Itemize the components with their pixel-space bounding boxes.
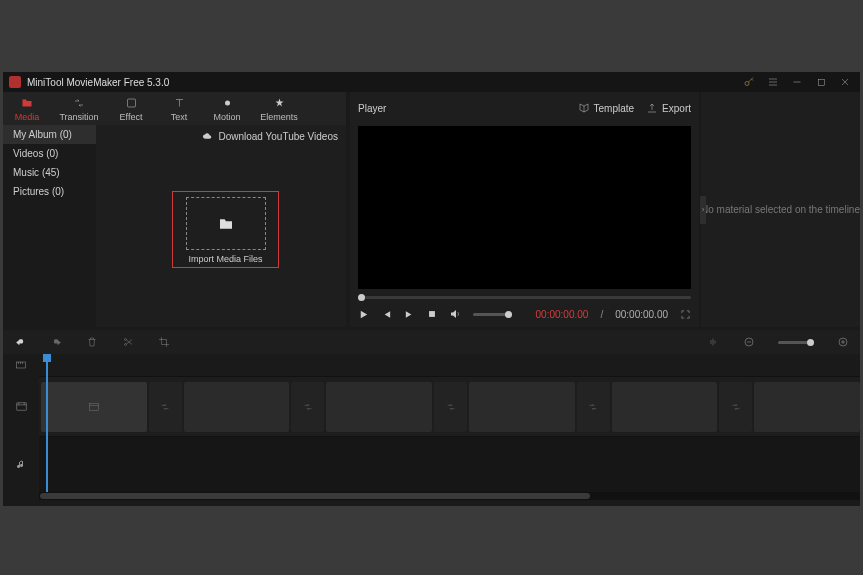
transition-icon [72, 96, 86, 110]
svg-rect-10 [16, 402, 26, 410]
zoom-slider[interactable] [778, 341, 814, 344]
transition-slot[interactable] [291, 382, 324, 432]
sidebar-item-label: Videos (0) [13, 148, 58, 159]
clip-slot[interactable] [326, 382, 432, 432]
fullscreen-button[interactable] [680, 307, 691, 321]
volume-button[interactable] [449, 307, 461, 321]
swap-icon [302, 402, 314, 412]
sidebar-item-my-album[interactable]: My Album (0) [3, 125, 96, 144]
volume-thumb[interactable] [505, 311, 512, 318]
svg-rect-2 [127, 99, 135, 107]
tab-media-label: Media [15, 112, 40, 122]
timeline-gutter [3, 354, 39, 506]
svg-point-5 [125, 339, 127, 341]
player-seek[interactable] [358, 293, 691, 301]
maximize-button[interactable] [812, 74, 830, 90]
template-icon [578, 102, 590, 114]
player-title: Player [358, 103, 566, 114]
swap-icon [445, 402, 457, 412]
gutter-ruler-icon[interactable] [3, 354, 39, 376]
export-label: Export [662, 103, 691, 114]
tab-effect[interactable]: Effect [107, 92, 155, 125]
tab-text[interactable]: Text [155, 92, 203, 125]
timeline-panel [3, 330, 860, 506]
swap-icon [159, 402, 171, 412]
player-viewport[interactable] [358, 126, 691, 289]
menu-icon[interactable] [764, 74, 782, 90]
svg-rect-11 [89, 403, 98, 410]
tab-text-label: Text [171, 112, 188, 122]
tab-media[interactable]: Media [3, 92, 51, 125]
tab-motion[interactable]: Motion [203, 92, 251, 125]
audio-icon[interactable] [706, 335, 720, 349]
download-youtube-link[interactable]: Download YouTube Videos [202, 131, 338, 142]
clip-slot[interactable] [612, 382, 718, 432]
zoom-out-button[interactable] [742, 335, 756, 349]
close-button[interactable] [836, 74, 854, 90]
video-track[interactable] [39, 376, 860, 436]
stop-button[interactable] [427, 307, 437, 321]
playhead-line [46, 362, 48, 492]
seek-track [358, 296, 691, 299]
transition-slot[interactable] [719, 382, 752, 432]
time-separator: / [600, 309, 603, 320]
tab-transition[interactable]: Transition [51, 92, 107, 125]
clip-placeholder-icon [87, 401, 101, 413]
undo-button[interactable] [13, 335, 27, 349]
tab-motion-label: Motion [213, 112, 240, 122]
svg-rect-1 [818, 79, 824, 85]
license-key-icon[interactable] [740, 74, 758, 90]
inspector-collapse-handle[interactable]: › [700, 196, 706, 224]
zoom-in-button[interactable] [836, 335, 850, 349]
tab-elements-label: Elements [260, 112, 298, 122]
timeline-ruler[interactable] [39, 354, 860, 376]
minimize-button[interactable] [788, 74, 806, 90]
sidebar-item-label: Music (45) [13, 167, 60, 178]
crop-button[interactable] [157, 335, 171, 349]
playhead-marker[interactable] [43, 354, 51, 362]
zoom-thumb[interactable] [807, 339, 814, 346]
split-button[interactable] [121, 335, 135, 349]
clip-slot[interactable] [41, 382, 147, 432]
sidebar-item-label: My Album (0) [13, 129, 72, 140]
sidebar-item-music[interactable]: Music (45) [3, 163, 96, 182]
play-button[interactable] [358, 307, 369, 321]
effect-icon [125, 96, 138, 110]
sidebar-item-videos[interactable]: Videos (0) [3, 144, 96, 163]
clip-slot[interactable] [469, 382, 575, 432]
app-title: MiniTool MovieMaker Free 5.3.0 [27, 77, 734, 88]
svg-point-0 [745, 82, 749, 86]
clip-slot[interactable] [184, 382, 290, 432]
gutter-video-icon[interactable] [3, 376, 39, 436]
volume-slider[interactable] [473, 313, 512, 316]
template-button[interactable]: Template [578, 102, 635, 114]
transition-slot[interactable] [149, 382, 182, 432]
seek-thumb[interactable] [358, 294, 365, 301]
transition-slot[interactable] [577, 382, 610, 432]
svg-point-6 [125, 344, 127, 346]
gutter-audio-icon[interactable] [3, 436, 39, 492]
timeline-scrollbar[interactable] [39, 492, 860, 500]
cloud-download-icon [202, 132, 213, 142]
tab-transition-label: Transition [59, 112, 98, 122]
import-drop-zone [186, 197, 266, 250]
sidebar-item-label: Pictures (0) [13, 186, 64, 197]
sidebar-item-pictures[interactable]: Pictures (0) [3, 182, 96, 201]
next-frame-button[interactable] [404, 307, 415, 321]
redo-button[interactable] [49, 335, 63, 349]
timeline-tracks[interactable] [39, 354, 860, 506]
audio-track[interactable] [39, 436, 860, 492]
import-media-box[interactable]: Import Media Files [172, 191, 279, 268]
tab-elements[interactable]: Elements [251, 92, 307, 125]
export-button[interactable]: Export [646, 102, 691, 114]
svg-point-7 [745, 338, 753, 346]
prev-frame-button[interactable] [381, 307, 392, 321]
inspector-empty-text: No material selected on the timeline [701, 204, 860, 215]
transition-slot[interactable] [434, 382, 467, 432]
titlebar: MiniTool MovieMaker Free 5.3.0 [3, 72, 860, 92]
clip-slot[interactable] [754, 382, 860, 432]
timeline-scrollbar-thumb[interactable] [40, 493, 590, 499]
media-content: Download YouTube Videos Import Media Fil… [96, 125, 346, 327]
delete-button[interactable] [85, 335, 99, 349]
timeline-toolbar [3, 330, 860, 354]
